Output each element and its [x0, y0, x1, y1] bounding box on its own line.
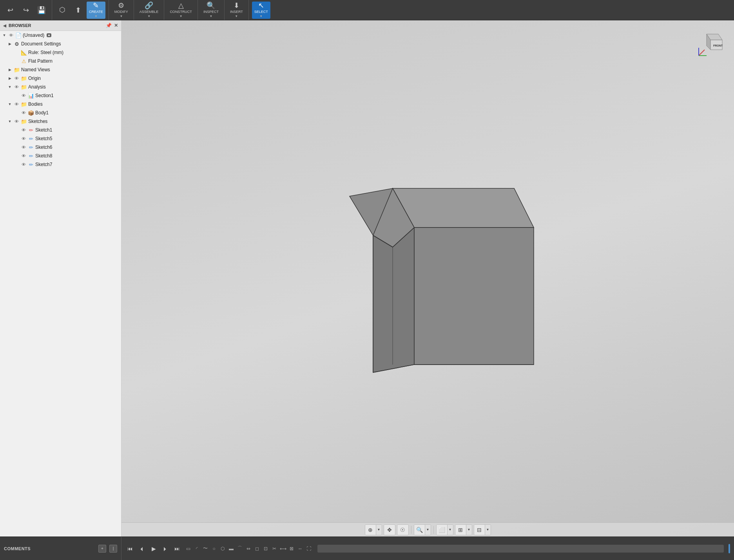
create-sketch-btn[interactable]: ⬡ [55, 2, 69, 19]
tree-item-section1[interactable]: 👁 📊 Section1 [0, 91, 121, 100]
eye-origin[interactable]: 👁 [13, 76, 20, 81]
extrude-icon: ⬆ [75, 7, 81, 14]
tl-convert-btn[interactable]: ⛶ [305, 545, 313, 553]
browser-panel: ◀ BROWSER 📌 ✕ ▼ 👁 📄 (Unsaved) ● ▶ ⚙ Docu… [0, 20, 121, 537]
tree-item-origin[interactable]: ▶ 👁 📁 Origin [0, 74, 121, 83]
timeline-step-fwd-btn[interactable]: ⏵ [161, 544, 170, 553]
create-dropdown-btn[interactable]: ✎ CREATE ▼ [87, 2, 105, 19]
tree-item-sketches[interactable]: ▼ 👁 📁 Sketches [0, 117, 121, 126]
create-extrude-btn[interactable]: ⬆ [71, 2, 85, 19]
canvas-area[interactable]: FRONT [121, 20, 734, 537]
assemble-section: 🔗 ASSEMBLE ▼ [134, 0, 165, 20]
tl-spline-btn[interactable]: 〜 [201, 545, 209, 553]
look-tools: ☉ [397, 524, 409, 535]
tree-item-flat-pattern[interactable]: ⚠ Flat Pattern [0, 57, 121, 65]
timeline-play-btn[interactable]: ▶ [149, 544, 158, 553]
svg-marker-2 [414, 228, 534, 365]
eye-sketch1[interactable]: 👁 [20, 128, 27, 132]
select-dropdown-btn[interactable]: ↖ SELECT ▼ [252, 2, 270, 19]
browser-pin-btn[interactable]: 📌 [106, 23, 112, 28]
orbit-btn[interactable]: ⊕ [365, 525, 376, 535]
modify-dropdown-btn[interactable]: ⚙ MODIFY ▼ [112, 2, 130, 19]
divider-1 [411, 526, 411, 534]
eye-body1[interactable]: 👁 [20, 110, 27, 115]
inspect-section: 🔍 INSPECT ▼ [198, 0, 225, 20]
construct-icon: △ [178, 2, 184, 9]
tl-fillet-btn[interactable]: ⌒ [236, 545, 244, 553]
eye-sketch8[interactable]: 👁 [20, 154, 27, 158]
tree-item-analysis[interactable]: ▼ 👁 📁 Analysis [0, 83, 121, 91]
tl-mirror-btn[interactable]: ⇔ [245, 545, 252, 553]
save-btn[interactable]: 💾 [34, 2, 49, 19]
tree-item-doc-settings[interactable]: ▶ ⚙ Document Settings [0, 40, 121, 48]
orbit-tools: ⊕ ▼ [365, 524, 382, 535]
tl-polygon-btn[interactable]: ⬡ [219, 545, 227, 553]
svg-line-11 [699, 50, 705, 56]
view-mode-btn[interactable]: ⊟ [474, 525, 485, 535]
eye-analysis[interactable]: 👁 [13, 85, 20, 89]
tree-item-sketch8[interactable]: 👁 ✏ Sketch8 [0, 152, 121, 160]
tree-item-sketch7[interactable]: 👁 ✏ Sketch7 [0, 160, 121, 169]
viewport[interactable]: FRONT ⊕ ▼ ✥ ☉ 🔍 ▼ ⬜ ▼ ⊞ ▼ [121, 20, 734, 537]
eye-sketches[interactable]: 👁 [13, 119, 20, 124]
view-cube[interactable]: FRONT [695, 28, 726, 60]
display-mode-btn[interactable]: ⬜ [437, 525, 448, 535]
eye-section1[interactable]: 👁 [20, 93, 27, 98]
construct-dropdown-btn[interactable]: △ CONSTRUCT ▼ [167, 2, 194, 19]
tree-item-sketch5[interactable]: 👁 ✏ Sketch5 [0, 134, 121, 143]
view-mode-dropdown[interactable]: ▼ [485, 525, 491, 535]
tl-circle-btn[interactable]: ○ [210, 545, 218, 553]
tl-extend-btn[interactable]: ⟷ [279, 545, 287, 553]
pan-btn[interactable]: ✥ [384, 525, 395, 535]
tree-item-sketch1[interactable]: 👁 ✏ Sketch1 [0, 126, 121, 134]
inspect-dropdown-btn[interactable]: 🔍 INSPECT ▼ [201, 2, 221, 19]
label-bodies: Bodies [28, 101, 43, 107]
redo-btn[interactable]: ↪ [19, 2, 33, 19]
grid-dropdown[interactable]: ▼ [466, 525, 472, 535]
eye-sketch6[interactable]: 👁 [20, 145, 27, 150]
timeline-rewind-btn[interactable]: ⏮ [125, 544, 135, 553]
timeline-cursor[interactable] [729, 544, 730, 553]
assemble-icon: 🔗 [145, 2, 153, 9]
display-dropdown[interactable]: ▼ [448, 525, 453, 535]
tree-item-unsaved[interactable]: ▼ 👁 📄 (Unsaved) ● [0, 31, 121, 40]
timeline-step-back-btn[interactable]: ⏴ [137, 544, 147, 553]
tl-rect-btn[interactable]: ▭ [184, 545, 192, 553]
tl-arc-btn[interactable]: ◜ [193, 545, 201, 553]
tl-offset-btn[interactable]: ◻ [253, 545, 261, 553]
look-btn[interactable]: ☉ [397, 525, 408, 535]
zoom-btn[interactable]: 🔍 [414, 525, 425, 535]
eye-sketch7[interactable]: 👁 [20, 162, 27, 167]
browser-close-btn[interactable]: ✕ [114, 23, 118, 28]
comments-pin-btn[interactable]: | [109, 545, 117, 553]
browser-collapse-btn[interactable]: ◀ [3, 23, 6, 28]
assemble-dropdown-btn[interactable]: 🔗 ASSEMBLE ▼ [137, 2, 161, 19]
grid-btn[interactable]: ⊞ [455, 525, 466, 535]
arrow-sketches: ▼ [7, 119, 13, 123]
tree-item-rule[interactable]: 📐 Rule: Steel (mm) [0, 48, 121, 57]
eye-unsaved[interactable]: 👁 [8, 33, 14, 38]
tree-item-body1[interactable]: 👁 📦 Body1 [0, 108, 121, 117]
zoom-dropdown[interactable]: ▼ [425, 525, 431, 535]
icon-origin: 📁 [20, 76, 27, 81]
tree-item-named-views[interactable]: ▶ 📁 Named Views [0, 65, 121, 74]
tl-break-btn[interactable]: ⊠ [288, 545, 295, 553]
label-origin: Origin [28, 76, 41, 81]
timeline-end-btn[interactable]: ⏭ [172, 544, 182, 553]
tl-sketch-dim-btn[interactable]: ↔ [296, 545, 304, 553]
orbit-dropdown[interactable]: ▼ [376, 525, 382, 535]
create-main-icon: ✎ [93, 2, 99, 9]
icon-sketches: 📁 [20, 119, 27, 125]
insert-dropdown-btn[interactable]: ⬇ INSERT ▼ [228, 2, 245, 19]
comments-add-btn[interactable]: + [98, 545, 106, 553]
tl-slot-btn[interactable]: ▬ [227, 545, 235, 553]
label-section1: Section1 [35, 93, 54, 98]
eye-bodies[interactable]: 👁 [13, 102, 20, 107]
tree-item-sketch6[interactable]: 👁 ✏ Sketch6 [0, 143, 121, 152]
tl-project-btn[interactable]: ⊡ [262, 545, 270, 553]
tl-trim-btn[interactable]: ✂ [270, 545, 278, 553]
eye-sketch5[interactable]: 👁 [20, 136, 27, 141]
label-sketch5: Sketch5 [35, 136, 52, 141]
undo-btn[interactable]: ↩ [3, 2, 17, 19]
tree-item-bodies[interactable]: ▼ 👁 📁 Bodies [0, 100, 121, 108]
